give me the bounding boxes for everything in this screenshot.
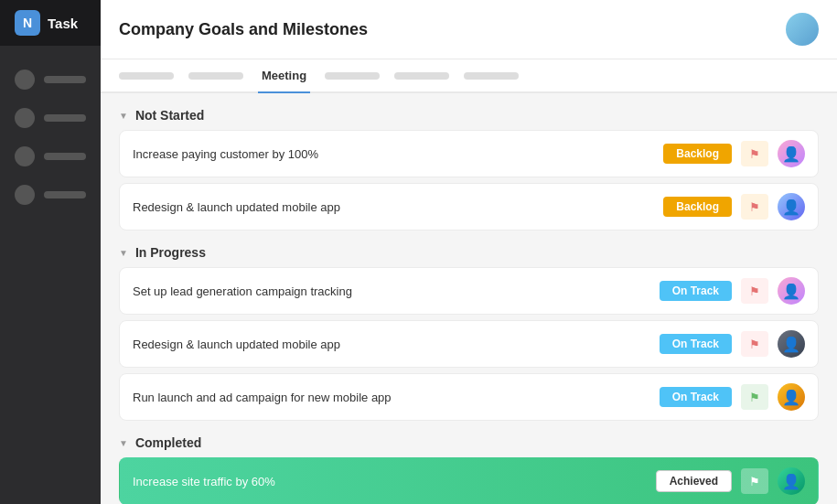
goal-name: Redesign & launch updated mobile app [133, 338, 650, 351]
tab-placeholder[interactable] [119, 72, 174, 80]
goal-name: Run launch and ad campaign for new mobil… [133, 391, 650, 404]
tab-placeholder[interactable] [325, 72, 380, 80]
main-content: Company Goals and Milestones Meeting ▼ N… [101, 0, 837, 504]
avatar [778, 140, 805, 167]
section-completed: ▼ Completed Increase site traffic by 60%… [119, 435, 819, 504]
section-in-progress: ▼ In Progress Set up lead generation cam… [119, 245, 819, 421]
goals-content: ▼ Not Started Increase paying customer b… [101, 93, 837, 504]
sidebar-line [44, 191, 86, 198]
section-collapse-icon[interactable]: ▼ [119, 111, 128, 121]
status-badge: Backlog [663, 144, 732, 164]
section-title: In Progress [135, 245, 206, 260]
sidebar-item[interactable] [0, 60, 101, 99]
app-logo[interactable]: N Task [0, 0, 101, 46]
avatar[interactable] [786, 13, 819, 46]
goal-name: Increase site traffic by 60% [133, 475, 647, 488]
sidebar-line [44, 153, 86, 160]
sidebar-item[interactable] [0, 137, 101, 176]
status-badge: On Track [660, 387, 732, 407]
status-badge: Achieved [656, 470, 732, 492]
goal-row: Redesign & launch updated mobile app Bac… [119, 183, 819, 231]
status-badge: Backlog [663, 197, 732, 217]
flag-button[interactable]: ⚑ [741, 384, 768, 410]
flag-icon: ⚑ [749, 147, 760, 161]
sidebar-line [44, 76, 86, 83]
status-badge: On Track [660, 281, 732, 301]
flag-button[interactable]: ⚑ [741, 331, 768, 357]
section-not-started: ▼ Not Started Increase paying customer b… [119, 108, 819, 231]
flag-icon: ⚑ [749, 338, 760, 351]
sidebar-dot-icon [15, 146, 35, 166]
tab-placeholder[interactable] [188, 72, 243, 80]
goal-row: Set up lead generation campaign tracking… [119, 267, 819, 315]
section-header: ▼ Not Started [119, 108, 819, 123]
goal-row: Increase site traffic by 60% Achieved ⚑ [119, 457, 819, 504]
sidebar-item[interactable] [0, 176, 101, 214]
tabs-bar: Meeting [101, 59, 837, 93]
sidebar-dot-icon [15, 70, 35, 90]
goal-row: Increase paying customer by 100% Backlog… [119, 130, 819, 177]
section-collapse-icon[interactable]: ▼ [119, 438, 128, 448]
section-title: Not Started [135, 108, 204, 123]
status-badge: On Track [660, 334, 732, 354]
flag-icon: ⚑ [749, 475, 760, 488]
page-title: Company Goals and Milestones [119, 20, 368, 39]
tab-meeting[interactable]: Meeting [258, 59, 310, 93]
tab-placeholder[interactable] [394, 72, 449, 80]
section-header: ▼ Completed [119, 435, 819, 450]
sidebar: N Task [0, 0, 101, 504]
goal-row: Redesign & launch updated mobile app On … [119, 320, 819, 368]
page-header: Company Goals and Milestones [101, 0, 837, 59]
sidebar-item[interactable] [0, 99, 101, 137]
goal-name: Set up lead generation campaign tracking [133, 284, 650, 298]
sidebar-dot-icon [15, 108, 35, 128]
flag-icon: ⚑ [749, 391, 760, 404]
avatar [778, 330, 805, 358]
logo-icon: N [15, 10, 40, 36]
section-collapse-icon[interactable]: ▼ [119, 248, 128, 258]
avatar [778, 467, 805, 495]
goal-name: Redesign & launch updated mobile app [133, 200, 654, 214]
avatar [778, 383, 805, 411]
avatar [778, 193, 805, 220]
goal-name: Increase paying customer by 100% [133, 147, 654, 161]
flag-button[interactable]: ⚑ [741, 278, 768, 304]
sidebar-dot-icon [15, 185, 35, 205]
flag-button[interactable]: ⚑ [741, 468, 768, 494]
goal-row: Run launch and ad campaign for new mobil… [119, 373, 819, 421]
flag-button[interactable]: ⚑ [741, 194, 768, 220]
sidebar-line [44, 114, 86, 122]
avatar [778, 277, 805, 305]
sidebar-nav [0, 46, 101, 229]
flag-icon: ⚑ [749, 200, 760, 214]
app-name: Task [48, 16, 78, 31]
flag-icon: ⚑ [749, 284, 760, 298]
tab-placeholder[interactable] [464, 72, 519, 80]
section-title: Completed [135, 435, 201, 450]
section-header: ▼ In Progress [119, 245, 819, 260]
flag-button[interactable]: ⚑ [741, 141, 768, 166]
